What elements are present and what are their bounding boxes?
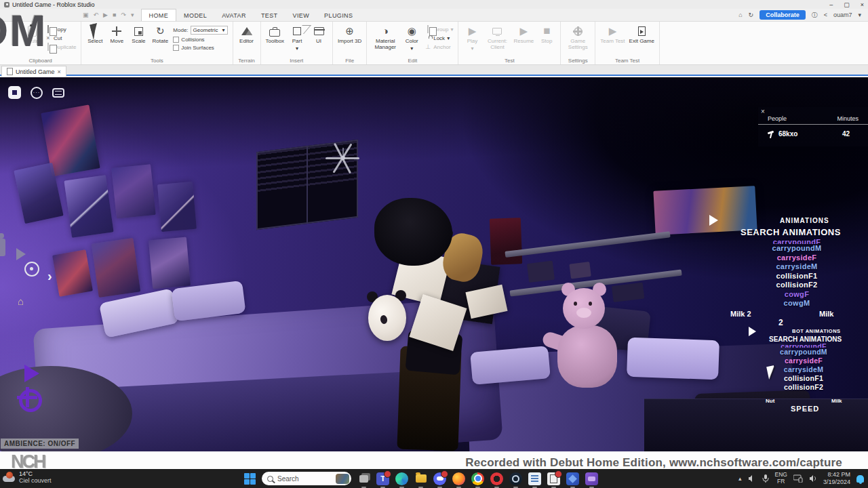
play-button[interactable]: ▶Play▾	[463, 24, 481, 52]
notes-app-icon[interactable]	[528, 472, 541, 485]
join-surfaces-checkbox-row[interactable]: Join Surfaces	[173, 45, 227, 51]
mode-dropdown[interactable]: Geometric▾	[191, 26, 228, 35]
color-button[interactable]: ◉Color▾	[403, 24, 420, 52]
document-tab[interactable]: Untitled Game ×	[1, 66, 66, 77]
teams-icon[interactable]: T	[376, 472, 389, 485]
account-name[interactable]: ouam7	[833, 12, 852, 18]
exit-game-button[interactable]: Exit Game	[629, 24, 654, 45]
anim-item[interactable]: carrysideF	[749, 357, 858, 365]
resume-button[interactable]: ▶Resume	[513, 24, 534, 45]
anim-item[interactable]: cowgF	[736, 290, 858, 300]
group-button[interactable]: Group▾	[425, 25, 453, 33]
collisions-checkbox-row[interactable]: Collisions	[173, 37, 227, 43]
firefox-icon[interactable]	[452, 472, 465, 485]
roblox-menu-icon[interactable]	[8, 86, 21, 99]
anim-item[interactable]: collisionF1	[736, 272, 858, 281]
color-caret-icon[interactable]: ▾	[410, 46, 413, 52]
anim2-right-label[interactable]: Milk	[831, 398, 842, 404]
close-button[interactable]: ×	[861, 1, 864, 8]
anim-item[interactable]: carrypoundM	[749, 348, 858, 357]
purple-app-icon[interactable]	[585, 472, 598, 485]
tab-plugins[interactable]: PLUGINS	[317, 9, 360, 21]
blue-app-icon[interactable]	[566, 472, 579, 485]
tab-home[interactable]: HOME	[141, 9, 177, 21]
chrome-icon[interactable]	[471, 472, 484, 485]
undo-icon[interactable]: ↶	[94, 12, 99, 18]
scale-tool-button[interactable]: Scale	[130, 24, 147, 45]
weather-widget[interactable]: 14°C Ciel couvert	[3, 470, 52, 485]
share-icon[interactable]: <	[824, 12, 827, 18]
document-tab-close-icon[interactable]: ×	[58, 68, 61, 75]
notification-bell-icon[interactable]	[856, 475, 864, 483]
current-client-button[interactable]: Current: Client	[485, 24, 509, 51]
purple-play-icon[interactable]	[24, 365, 39, 382]
lock-button[interactable]: Lock▾	[425, 34, 453, 42]
player-list-icon[interactable]	[0, 239, 5, 256]
debut-recorder-icon[interactable]	[547, 472, 560, 485]
import-3d-button[interactable]: ⊕Import 3D	[338, 24, 361, 45]
side-play-icon[interactable]	[16, 248, 26, 260]
minimize-button[interactable]: –	[829, 1, 833, 8]
select-tool-button[interactable]: Select	[86, 24, 104, 45]
part-caret-icon[interactable]: ▾	[296, 46, 298, 52]
anim-item[interactable]: carrypoundF	[749, 342, 858, 348]
tab-view[interactable]: VIEW	[285, 9, 317, 21]
speaker-dim-icon[interactable]	[748, 474, 756, 483]
anchor-button[interactable]: ⊥Anchor	[425, 43, 453, 51]
anim2-left-label[interactable]: Nut	[766, 398, 774, 404]
quick-access-icon[interactable]: ▣	[83, 12, 89, 18]
discord-icon[interactable]	[433, 472, 446, 485]
anim-item[interactable]: carrypoundM	[736, 244, 858, 253]
chat-icon[interactable]	[52, 88, 64, 98]
home-teleport-icon[interactable]: ⌂	[18, 296, 24, 307]
hidden-icons-chevron[interactable]: ▴	[738, 475, 742, 482]
task-view-button[interactable]	[357, 472, 370, 485]
quick-access-caret-icon[interactable]: ▾	[131, 12, 134, 18]
language-switcher[interactable]: ENG FR	[775, 472, 787, 485]
microphone-icon[interactable]	[762, 474, 769, 483]
info-icon[interactable]: ⓘ	[812, 11, 818, 20]
anim-item[interactable]: carrysideM	[749, 365, 858, 374]
edge-icon[interactable]	[395, 472, 408, 485]
opera-icon[interactable]	[490, 472, 503, 485]
network-icon[interactable]	[793, 474, 803, 483]
tab-test[interactable]: TEST	[254, 9, 285, 21]
stop-button[interactable]: ■Stop	[538, 24, 555, 45]
part-button[interactable]: Part▾	[288, 24, 306, 52]
account-caret-icon[interactable]: ▾	[858, 12, 861, 18]
anim1-play-icon[interactable]	[709, 215, 718, 226]
3d-viewport[interactable]: ··· › ⌂ AMBIENCE: ON/OFF × People Minute…	[0, 77, 868, 453]
search-box[interactable]: Search	[262, 472, 351, 485]
tab-model[interactable]: MODEL	[176, 9, 214, 21]
ui-button[interactable]: UI	[310, 24, 328, 45]
people-panel-close-icon[interactable]: ×	[761, 108, 765, 115]
play-quick-icon[interactable]: ▶	[103, 12, 108, 18]
game-settings-button[interactable]: Game Settings	[566, 24, 590, 51]
sync-icon[interactable]: ↻	[749, 12, 754, 18]
anim-item[interactable]: carrysideM	[736, 262, 858, 272]
duplicate-button[interactable]: Duplicate	[45, 43, 76, 51]
chevron-right-icon[interactable]: ›	[47, 268, 52, 284]
anim-item[interactable]: cowgM	[736, 299, 858, 308]
file-explorer-icon[interactable]	[414, 472, 427, 485]
steam-icon[interactable]	[509, 472, 522, 485]
emotes-icon[interactable]: ···	[31, 87, 43, 99]
camera-icon[interactable]	[24, 262, 39, 277]
move-tool-button[interactable]: Move	[108, 24, 125, 45]
tab-avatar[interactable]: AVATAR	[214, 9, 254, 21]
collisions-checkbox[interactable]	[173, 37, 179, 43]
stop-quick-icon[interactable]: ■	[113, 12, 116, 18]
volume-icon[interactable]	[809, 474, 817, 483]
clock[interactable]: 8:42 PM 3/19/2024	[823, 471, 850, 486]
anim-item[interactable]: collisionF2	[749, 383, 858, 392]
anim1-left-label[interactable]: Milk 2	[730, 310, 751, 318]
copy-button[interactable]: Copy	[45, 25, 76, 33]
purple-gear-icon[interactable]	[19, 389, 42, 412]
anim1-right-label[interactable]: Milk	[819, 310, 833, 318]
anim-item[interactable]: carrysideF	[736, 253, 858, 263]
anim1-search-button[interactable]: SEARCH ANIMATIONS	[741, 227, 841, 237]
ambience-toggle-button[interactable]: AMBIENCE: ON/OFF	[1, 439, 79, 449]
anim-item[interactable]: carrypoundF	[736, 238, 858, 244]
collaborate-button[interactable]: Collaborate	[760, 10, 806, 20]
toolbox-button[interactable]: Toolbox	[266, 24, 285, 45]
